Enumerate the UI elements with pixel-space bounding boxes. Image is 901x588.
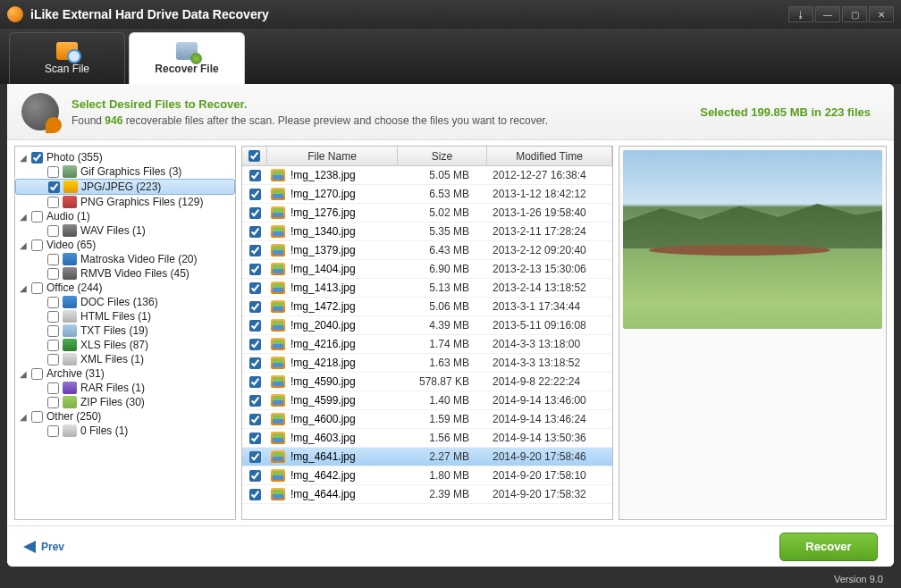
tree-item[interactable]: ◢Audio (1)	[15, 209, 235, 223]
row-checkbox[interactable]	[249, 339, 261, 350]
table-row[interactable]: !mg_4642.jpg1.80 MB2014-9-20 17:58:10	[242, 466, 612, 485]
tree-item[interactable]: TXT Files (19)	[15, 323, 235, 338]
tree-item[interactable]: XLS Files (87)	[15, 338, 235, 352]
recover-button[interactable]: Recover	[779, 533, 878, 561]
row-checkbox[interactable]	[249, 301, 261, 313]
tree-item[interactable]: HTML Files (1)	[15, 309, 235, 323]
table-row[interactable]: !mg_4603.jpg1.56 MB2014-9-14 13:50:36	[242, 429, 612, 448]
prev-button[interactable]: Prev	[23, 541, 64, 553]
row-checkbox[interactable]	[249, 282, 261, 294]
header-modified[interactable]: Modified Time	[487, 147, 612, 165]
row-checkbox[interactable]	[249, 226, 261, 238]
tree-item[interactable]: ◢Office (244)	[15, 281, 235, 295]
tree-checkbox[interactable]	[47, 354, 59, 365]
maximize-button[interactable]: ▢	[842, 6, 867, 22]
table-row[interactable]: !mg_4216.jpg1.74 MB2014-3-3 13:18:00	[242, 335, 612, 354]
expander-icon[interactable]: ◢	[19, 212, 28, 222]
expander-icon[interactable]: ◢	[19, 412, 28, 422]
row-checkbox[interactable]	[249, 264, 261, 275]
tree-item[interactable]: DOC Files (136)	[15, 295, 235, 309]
category-tree[interactable]: ◢Photo (355)Gif Graphics Files (3)JPG/JP…	[14, 146, 236, 520]
row-checkbox[interactable]	[249, 207, 261, 219]
tree-item[interactable]: ◢Archive (31)	[15, 366, 235, 381]
table-row[interactable]: !mg_1413.jpg5.13 MB2013-2-14 13:18:52	[242, 279, 612, 298]
tab-recover-file[interactable]: Recover File	[129, 32, 245, 84]
row-checkbox[interactable]	[249, 376, 261, 388]
row-checkbox[interactable]	[249, 470, 261, 482]
row-checkbox[interactable]	[249, 357, 261, 369]
tree-checkbox[interactable]	[47, 325, 59, 337]
filetype-icon	[63, 396, 77, 408]
expander-icon[interactable]: ◢	[19, 283, 28, 293]
tree-checkbox[interactable]	[47, 340, 59, 351]
expander-icon[interactable]: ◢	[19, 153, 28, 163]
tree-checkbox[interactable]	[31, 282, 43, 294]
table-row[interactable]: !mg_1276.jpg5.02 MB2013-1-26 19:58:40	[242, 204, 612, 223]
tree-item[interactable]: XML Files (1)	[15, 352, 235, 366]
close-button[interactable]: ✕	[869, 6, 894, 22]
row-checkbox[interactable]	[249, 489, 261, 500]
tree-item[interactable]: ◢Video (65)	[15, 238, 235, 252]
tree-item[interactable]: ZIP Files (30)	[15, 395, 235, 409]
tree-checkbox[interactable]	[47, 254, 59, 265]
table-row[interactable]: !mg_1238.jpg5.05 MB2012-12-27 16:38:4	[242, 166, 612, 185]
table-row[interactable]: !mg_1472.jpg5.06 MB2013-3-1 17:34:44	[242, 298, 612, 316]
header-filename[interactable]: File Name	[267, 147, 398, 165]
tree-checkbox[interactable]	[47, 225, 59, 237]
row-checkbox[interactable]	[249, 414, 261, 425]
row-checkbox[interactable]	[249, 170, 261, 181]
tree-checkbox[interactable]	[48, 181, 60, 193]
tree-checkbox[interactable]	[47, 425, 59, 437]
row-checkbox[interactable]	[249, 320, 261, 332]
table-row[interactable]: !mg_1379.jpg6.43 MB2013-2-12 09:20:40	[242, 241, 612, 260]
tree-item[interactable]: PNG Graphics Files (129)	[15, 195, 235, 209]
banner-icon	[21, 93, 59, 130]
row-checkbox[interactable]	[249, 395, 261, 407]
tree-checkbox[interactable]	[47, 311, 59, 323]
table-row[interactable]: !mg_4599.jpg1.40 MB2014-9-14 13:46:00	[242, 391, 612, 410]
table-row[interactable]: !mg_2040.jpg4.39 MB2013-5-11 09:16:08	[242, 316, 612, 335]
table-row[interactable]: !mg_1270.jpg6.53 MB2013-1-12 18:42:12	[242, 185, 612, 204]
tree-label: Audio (1)	[46, 210, 90, 223]
tree-checkbox[interactable]	[31, 239, 43, 251]
table-row[interactable]: !mg_1340.jpg5.35 MB2013-2-11 17:28:24	[242, 223, 612, 241]
tree-checkbox[interactable]	[31, 211, 43, 223]
table-row[interactable]: !mg_4644.jpg2.39 MB2014-9-20 17:58:32	[242, 485, 612, 504]
header-checkbox[interactable]	[242, 147, 267, 165]
tree-item[interactable]: ◢Photo (355)	[15, 150, 235, 164]
table-row[interactable]: !mg_1404.jpg6.90 MB2013-2-13 15:30:06	[242, 260, 612, 279]
table-row[interactable]: !mg_4600.jpg1.59 MB2014-9-14 13:46:24	[242, 410, 612, 429]
tree-item[interactable]: ◢Other (250)	[15, 409, 235, 424]
minimize-button[interactable]: —	[815, 6, 840, 22]
table-body[interactable]: !mg_1238.jpg5.05 MB2012-12-27 16:38:4!mg…	[242, 166, 612, 519]
tree-checkbox[interactable]	[47, 297, 59, 308]
tab-scan-label: Scan File	[45, 63, 89, 75]
tree-checkbox[interactable]	[47, 166, 59, 178]
tree-item[interactable]: RMVB Video Files (45)	[15, 266, 235, 281]
tree-checkbox[interactable]	[31, 152, 43, 164]
download-button[interactable]: ⭳	[788, 6, 813, 22]
table-row[interactable]: !mg_4218.jpg1.63 MB2014-3-3 13:18:52	[242, 354, 612, 373]
tree-item[interactable]: Gif Graphics Files (3)	[15, 164, 235, 179]
tab-scan-file[interactable]: Scan File	[9, 32, 125, 84]
table-row[interactable]: !mg_4641.jpg2.27 MB2014-9-20 17:58:46	[242, 448, 612, 466]
row-checkbox[interactable]	[249, 189, 261, 200]
tree-checkbox[interactable]	[47, 397, 59, 408]
tree-item[interactable]: JPG/JPEG (223)	[15, 179, 235, 195]
tree-checkbox[interactable]	[31, 368, 43, 380]
expander-icon[interactable]: ◢	[19, 369, 28, 379]
expander-icon[interactable]: ◢	[19, 240, 28, 250]
table-row[interactable]: !mg_4590.jpg578.87 KB2014-9-8 22:22:24	[242, 373, 612, 391]
tree-item[interactable]: 0 Files (1)	[15, 424, 235, 438]
tree-checkbox[interactable]	[31, 411, 43, 423]
tree-checkbox[interactable]	[47, 197, 59, 208]
tree-checkbox[interactable]	[47, 382, 59, 394]
tree-item[interactable]: RAR Files (1)	[15, 381, 235, 395]
row-checkbox[interactable]	[249, 433, 261, 444]
header-size[interactable]: Size	[398, 147, 487, 165]
tree-item[interactable]: WAV Files (1)	[15, 223, 235, 238]
tree-item[interactable]: Matroska Video File (20)	[15, 252, 235, 266]
row-checkbox[interactable]	[249, 245, 261, 256]
row-checkbox[interactable]	[249, 451, 261, 463]
tree-checkbox[interactable]	[47, 268, 59, 280]
